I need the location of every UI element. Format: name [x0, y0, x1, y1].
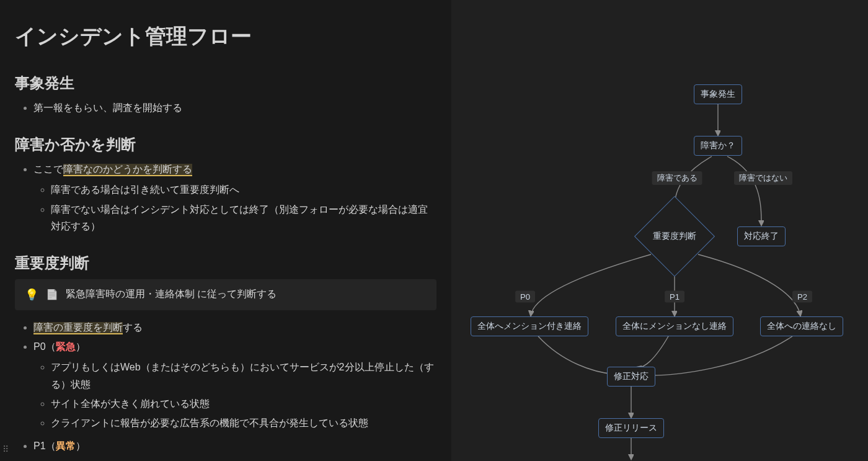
flow-node-severity: 重要度判断 — [646, 208, 703, 265]
list-occurrence: 第一報をもらい、調査を開始する — [15, 99, 436, 116]
flow-edge-label-p2: P2 — [792, 291, 812, 303]
diamond-label: 重要度判断 — [653, 231, 696, 242]
list-item-p0: P0（緊急） アプリもしくはWeb（またはそのどちらも）においてサービスが2分以… — [33, 338, 436, 431]
drag-handle-icon[interactable]: ⠿ — [2, 444, 8, 454]
list-item: 障害である場合は引き続いて重要度判断へ — [51, 181, 436, 198]
document-icon: 📄 — [46, 289, 58, 300]
section-heading-severity: 重要度判断 — [15, 253, 436, 273]
flow-node-release: 修正リリース — [598, 418, 664, 438]
callout: 💡 📄 緊急障害時の運用・連絡体制 に従って判断する — [15, 279, 436, 310]
list-item-p1: P1（異常） — [33, 437, 436, 454]
text: アプリもしくはWeb（またはそのどちらも）においてサービスが2分以上停止した（す… — [51, 362, 434, 389]
text: P1（ — [33, 441, 56, 451]
severity-tag-p1: 異常 — [56, 441, 76, 451]
lightbulb-icon: 💡 — [25, 288, 38, 302]
highlight: 障害の重要度を判断 — [33, 322, 123, 334]
severity-tag-p0: 緊急 — [56, 341, 76, 352]
text: P0（ — [33, 341, 56, 352]
page: インシデント管理フロー 事象発生 第一報をもらい、調査を開始する 障害か否かを判… — [0, 0, 868, 461]
list-decide: ここで障害なのかどうかを判断する 障害である場合は引き続いて重要度判断へ 障害で… — [15, 161, 436, 235]
right-pane: 事象発生 障害か？ 対応終了 重要度判断 全体へメンション付き連絡 全体にメンシ… — [451, 0, 868, 461]
list-item: 障害の重要度を判断する — [33, 319, 436, 336]
flow-edge-label-no: 障害ではない — [734, 171, 792, 185]
flow-edge-label-p0: P0 — [515, 291, 535, 303]
list-item: サイト全体が大きく崩れている状態 — [51, 395, 436, 412]
list-item: 第一報をもらい、調査を開始する — [33, 99, 436, 116]
text: サイト全体が大きく崩れている状態 — [51, 398, 210, 409]
flowchart: 事象発生 障害か？ 対応終了 重要度判断 全体へメンション付き連絡 全体にメンシ… — [451, 56, 868, 461]
text: ） — [76, 441, 86, 451]
flow-node-p1-action: 全体にメンションなし連絡 — [616, 316, 733, 336]
highlight: 障害なのかどうかを判断する — [63, 164, 192, 176]
page-title: インシデント管理フロー — [15, 22, 436, 51]
list-severity: 障害の重要度を判断する P0（緊急） アプリもしくはWeb（またはそのどちらも）… — [15, 319, 436, 454]
section-heading-decide: 障害か否かを判断 — [15, 135, 436, 154]
flow-edge-label-yes: 障害である — [652, 171, 702, 185]
callout-text: 緊急障害時の運用・連絡体制 に従って判断する — [66, 288, 277, 301]
list-item: アプリもしくはWeb（またはそのどちらも）においてサービスが2分以上停止した（す… — [51, 359, 436, 392]
text: クライアントに報告が必要な広告系の機能で不具合が発生している状態 — [51, 418, 368, 428]
list-item: 障害でない場合はインシデント対応としては終了（別途フォローが必要な場合は適宜対応… — [51, 201, 436, 235]
list-item: クライアントに報告が必要な広告系の機能で不具合が発生している状態 — [51, 414, 436, 431]
sublist: アプリもしくはWeb（またはそのどちらも）においてサービスが2分以上停止した（す… — [33, 359, 436, 431]
text: 障害でない場合はインシデント対応としては終了（別途フォローが必要な場合は適宜対応… — [51, 204, 428, 231]
text: する — [123, 322, 143, 333]
flow-node-p0-action: 全体へメンション付き連絡 — [471, 316, 588, 336]
left-pane: インシデント管理フロー 事象発生 第一報をもらい、調査を開始する 障害か否かを判… — [0, 0, 451, 461]
list-item: ここで障害なのかどうかを判断する 障害である場合は引き続いて重要度判断へ 障害で… — [33, 161, 436, 235]
text: ここで — [33, 164, 63, 174]
section-heading-occurrence: 事象発生 — [15, 73, 436, 93]
text: ） — [76, 341, 86, 352]
flow-edge-label-p1: P1 — [665, 291, 684, 303]
sublist: 障害である場合は引き続いて重要度判断へ 障害でない場合はインシデント対応としては… — [33, 181, 436, 235]
flow-node-isfault: 障害か？ — [694, 136, 742, 156]
text: 第一報をもらい、調査を開始する — [33, 102, 182, 113]
text: 障害である場合は引き続いて重要度判断へ — [51, 184, 239, 195]
flow-node-p2-action: 全体への連絡なし — [760, 316, 843, 336]
flow-node-fix: 修正対応 — [607, 367, 655, 387]
flow-node-event: 事象発生 — [694, 84, 742, 104]
flow-node-end: 対応終了 — [737, 226, 786, 246]
